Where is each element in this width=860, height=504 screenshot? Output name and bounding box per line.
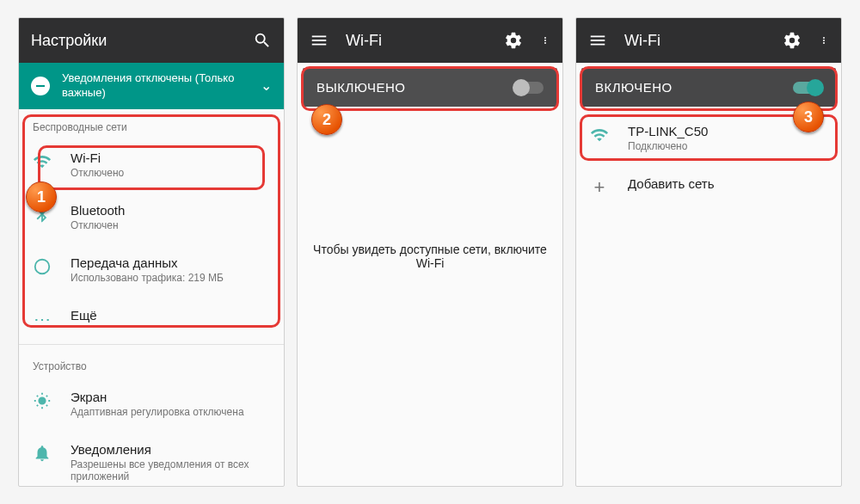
appbar: Wi-Fi — [298, 18, 562, 63]
data-icon — [33, 257, 52, 276]
menu-icon[interactable] — [310, 31, 329, 50]
wifi-row[interactable]: Wi-Fi Отключено — [19, 138, 284, 191]
chevron-down-icon: ⌄ — [261, 77, 272, 94]
overflow-icon[interactable] — [819, 31, 829, 50]
bluetooth-sub: Отключен — [71, 219, 270, 231]
wifi-toggle-bar[interactable]: ВЫКЛЮЧЕНО — [303, 68, 557, 107]
display-icon — [33, 391, 52, 410]
display-sub: Адаптивная регулировка отключена — [71, 406, 270, 418]
appbar: Wi-Fi — [576, 18, 841, 63]
banner-text: Уведомления отключены (Только важные) — [62, 71, 249, 101]
search-icon[interactable] — [253, 31, 272, 50]
toggle-label: ВКЛЮЧЕНО — [595, 80, 673, 95]
bluetooth-row[interactable]: Bluetooth Отключен — [19, 191, 284, 243]
bluetooth-title: Bluetooth — [71, 203, 270, 218]
plus-icon: + — [590, 178, 609, 197]
appbar-title: Wi-Fi — [624, 32, 765, 50]
divider — [19, 344, 284, 345]
display-title: Экран — [71, 390, 270, 404]
wifi-enable-message: Чтобы увидеть доступные сети, включите W… — [298, 243, 562, 270]
appbar: Настройки — [19, 18, 284, 63]
minus-icon — [31, 77, 50, 95]
wifi-signal-icon — [590, 126, 609, 144]
more-icon: ⋯ — [33, 310, 52, 329]
step-badge-2: 2 — [311, 104, 342, 135]
add-network-row[interactable]: + Добавить сеть — [576, 164, 841, 209]
section-device-header: Устройство — [19, 348, 284, 378]
data-row[interactable]: Передача данных Использовано трафика: 21… — [19, 243, 284, 296]
data-sub: Использовано трафика: 219 МБ — [71, 272, 270, 284]
notifications-row[interactable]: Уведомления Разрешены все уведомления от… — [19, 430, 284, 487]
wifi-title: Wi-Fi — [71, 151, 270, 165]
more-title: Ещё — [71, 308, 270, 323]
switch-off[interactable] — [514, 82, 544, 94]
more-row[interactable]: ⋯ Ещё — [19, 296, 284, 341]
overflow-icon[interactable] — [540, 31, 550, 50]
menu-icon[interactable] — [588, 31, 607, 50]
wifi-off-screen: Wi-Fi ВЫКЛЮЧЕНО Чтобы увидеть доступные … — [297, 17, 563, 487]
section-wireless-header: Беспроводные сети — [19, 109, 284, 138]
notif-sub: Разрешены все уведомления от всех прилож… — [71, 458, 270, 482]
switch-on[interactable] — [793, 82, 822, 94]
add-network-label: Добавить сеть — [628, 176, 827, 191]
gear-icon[interactable] — [783, 31, 802, 50]
bell-icon — [33, 444, 52, 463]
gear-icon[interactable] — [504, 31, 523, 50]
wifi-toggle-bar[interactable]: ВКЛЮЧЕНО — [581, 68, 836, 107]
notif-title: Уведомления — [71, 442, 270, 457]
wifi-sub: Отключено — [71, 167, 270, 179]
wifi-icon — [33, 152, 52, 171]
step-badge-1: 1 — [26, 181, 57, 212]
appbar-title: Настройки — [31, 32, 236, 50]
notifications-banner[interactable]: Уведомления отключены (Только важные) ⌄ — [19, 63, 284, 109]
data-title: Передача данных — [71, 255, 270, 270]
wifi-on-screen: Wi-Fi ВКЛЮЧЕНО TP-LINK_C50 Подключено + … — [575, 17, 842, 487]
step-badge-3: 3 — [793, 101, 824, 132]
toggle-label: ВЫКЛЮЧЕНО — [316, 80, 406, 95]
network-status: Подключено — [628, 140, 827, 152]
settings-screen: Настройки Уведомления отключены (Только … — [18, 17, 285, 487]
display-row[interactable]: Экран Адаптивная регулировка отключена — [19, 378, 284, 430]
appbar-title: Wi-Fi — [346, 32, 487, 50]
